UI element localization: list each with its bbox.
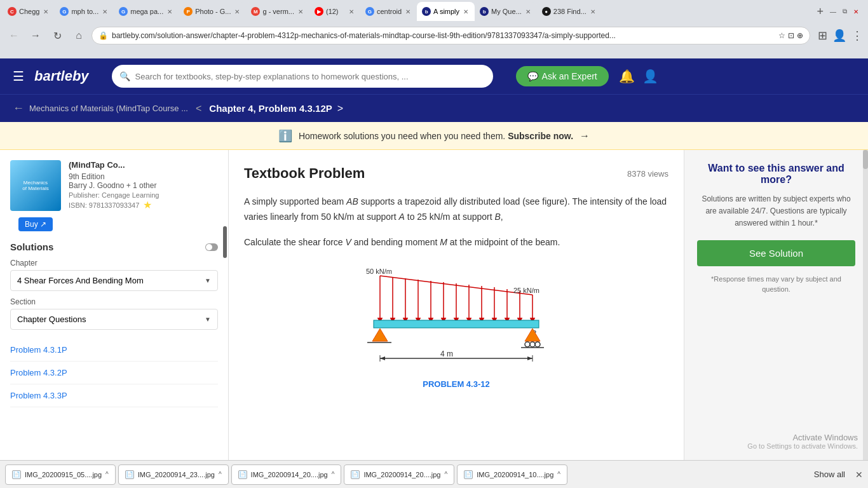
tab-close-mph[interactable]: ✕ — [101, 7, 109, 17]
book-cover-image: Mechanicsof Materials — [10, 160, 61, 211]
tab-close-photo[interactable]: ✕ — [233, 7, 241, 17]
notification-icon[interactable]: 🔔 — [619, 69, 635, 84]
taskbar-item-label-2: IMG_20200914_20....jpg — [251, 471, 328, 478]
forward-button[interactable]: → — [27, 27, 44, 44]
address-bar-icons: ☆ ⊡ ⊕ — [778, 31, 803, 40]
buy-button[interactable]: Buy ↗ — [18, 217, 53, 231]
menu-icon[interactable]: ⋮ — [851, 29, 863, 43]
tab-myques[interactable]: b My Que... ✕ — [475, 2, 537, 21]
taskbar-item-0[interactable]: 📄 IMG_20200915_05....jpg ^ — [5, 464, 116, 485]
tab-photo[interactable]: P Photo - G... ✕ — [179, 2, 246, 21]
views-count: 8378 views — [627, 169, 668, 179]
problem-item-2[interactable]: Problem 4.3.2P — [10, 362, 218, 384]
tab-mega[interactable]: G mega pa... ✕ — [114, 2, 179, 21]
extensions-icon[interactable]: ⊞ — [818, 29, 827, 43]
taskbar-item-3[interactable]: 📄 IMG_20200914_20....jpg ^ — [344, 464, 454, 485]
problem-text-1: A simply supported beam AB supports a tr… — [244, 194, 668, 225]
search-input[interactable] — [135, 72, 485, 81]
tab-label-asimply: A simply — [433, 8, 459, 15]
bookmark-star-icon[interactable]: ★ — [143, 199, 152, 211]
minimize-button[interactable]: — — [829, 7, 837, 16]
search-icon: 🔍 — [119, 71, 130, 81]
tab-label-myques: My Que... — [491, 8, 522, 15]
tab-centroid[interactable]: G centroid ✕ — [360, 2, 417, 21]
breadcrumb-back-arrow[interactable]: ← — [13, 102, 24, 115]
restore-button[interactable]: ⧉ — [840, 7, 849, 16]
see-solution-button[interactable]: See Solution — [697, 240, 855, 266]
tab-asimply[interactable]: b A simply ✕ — [417, 2, 475, 21]
tab-close-myques[interactable]: ✕ — [524, 7, 532, 17]
taskbar-item-4[interactable]: 📄 IMG_20200914_10....jpg ^ — [457, 464, 567, 485]
chapter-select-value: 4 Shear Forces And Bending Mom — [17, 276, 205, 285]
tab-close-youtube[interactable]: ✕ — [348, 7, 355, 17]
tab-close-chegg[interactable]: ✕ — [42, 7, 50, 17]
logo-text: bartleby — [34, 68, 89, 84]
solutions-label: Solutions — [10, 241, 53, 252]
lock-icon: 🔒 — [98, 31, 108, 40]
response-note: *Response times may vary by subject and … — [697, 274, 855, 295]
taskbar-item-1[interactable]: 📄 IMG_20200914_23....jpg ^ — [118, 464, 229, 485]
taskbar-expand-2[interactable]: ^ — [332, 471, 335, 478]
tab-label-mph: mph to... — [71, 8, 98, 15]
tab-close-centroid[interactable]: ✕ — [404, 7, 412, 17]
book-cover: Mechanicsof Materials — [10, 160, 61, 211]
activate-windows-watermark: Activate Windows Go to Settings to activ… — [747, 433, 858, 450]
tab-find238[interactable]: ● 238 Find... ✕ — [537, 2, 602, 21]
back-button[interactable]: ← — [5, 27, 23, 44]
promo-arrow[interactable]: → — [580, 130, 590, 142]
book-publisher: Publisher: Cengage Learning — [69, 191, 218, 199]
taskbar-item-label-0: IMG_20200915_05....jpg — [25, 471, 102, 478]
url-text: bartleby.com/solution-answer/chapter-4-p… — [112, 31, 775, 40]
tab-mph[interactable]: G mph to... ✕ — [55, 2, 114, 21]
breadcrumb-left-arrow[interactable]: < — [196, 103, 201, 114]
taskbar-expand-1[interactable]: ^ — [219, 471, 222, 478]
toggle-switch[interactable] — [205, 243, 218, 251]
section-select[interactable]: Chapter Questions ▼ — [10, 309, 218, 330]
breadcrumb-book[interactable]: Mechanics of Materials (MindTap Course .… — [29, 104, 188, 113]
center-content: Textbook Problem 8378 views A simply sup… — [229, 150, 684, 488]
right-panel-title: Want to see this answer and more? — [697, 163, 855, 186]
taskbar-expand-4[interactable]: ^ — [557, 471, 560, 478]
taskbar-item-label-3: IMG_20200914_20....jpg — [363, 471, 440, 478]
sidebar: Mechanicsof Materials Buy ↗ (MindTap Co.… — [0, 150, 229, 488]
home-button[interactable]: ⌂ — [70, 27, 88, 44]
account-icon[interactable]: 👤 — [642, 69, 658, 84]
close-taskbar-button[interactable]: ✕ — [855, 470, 863, 480]
star-bookmark-icon[interactable]: ☆ — [778, 31, 785, 40]
tab-bar: C Chegg ✕ G mph to... ✕ G mega pa... ✕ P… — [0, 0, 868, 23]
problem-item-3[interactable]: Problem 4.3.3P — [10, 384, 218, 407]
account-icon[interactable]: 👤 — [832, 29, 846, 43]
svg-marker-25 — [380, 356, 385, 360]
search-bar[interactable]: 🔍 — [112, 65, 493, 88]
chapter-label: Chapter — [10, 259, 218, 268]
hamburger-menu[interactable]: ☰ — [13, 69, 24, 84]
taskbar-item-label-1: IMG_20200914_23....jpg — [138, 471, 215, 478]
taskbar-item-2[interactable]: 📄 IMG_20200914_20....jpg ^ — [231, 464, 342, 485]
new-tab-button[interactable]: + — [811, 5, 829, 18]
tab-youtube[interactable]: ▶ (12) ✕ — [309, 2, 360, 21]
tab-close-asimply[interactable]: ✕ — [462, 7, 470, 17]
promo-cta[interactable]: Subscribe now. — [508, 131, 573, 141]
show-all-button[interactable]: Show all — [809, 467, 850, 482]
tab-gmail[interactable]: M g - verm... ✕ — [246, 2, 309, 21]
breadcrumb-right-arrow[interactable]: > — [337, 103, 343, 114]
lens-icon[interactable]: ⊕ — [797, 31, 803, 40]
tab-close-find238[interactable]: ✕ — [589, 7, 597, 17]
address-bar[interactable]: 🔒 bartleby.com/solution-answer/chapter-4… — [92, 27, 810, 44]
ask-expert-button[interactable]: 💬 Ask an Expert — [516, 66, 609, 86]
tab-close-gmail[interactable]: ✕ — [297, 7, 304, 17]
problem-item-1[interactable]: Problem 4.3.1P — [10, 339, 218, 362]
address-bar-row: ← → ↻ ⌂ 🔒 bartleby.com/solution-answer/c… — [0, 23, 868, 48]
screenshot-icon[interactable]: ⊡ — [788, 31, 794, 40]
tab-chegg[interactable]: C Chegg ✕ — [3, 2, 55, 21]
tab-close-mega[interactable]: ✕ — [166, 7, 173, 17]
activate-windows-subtitle: Go to Settings to activate Windows. — [747, 442, 858, 450]
chapter-select[interactable]: 4 Shear Forces And Bending Mom ▼ — [10, 270, 218, 291]
promo-text: Homework solutions you need when you nee… — [299, 131, 573, 141]
svg-rect-14 — [374, 320, 539, 328]
close-window-button[interactable]: ✕ — [851, 7, 860, 16]
taskbar-expand-3[interactable]: ^ — [444, 471, 447, 478]
reload-button[interactable]: ↻ — [48, 27, 66, 44]
taskbar-expand-0[interactable]: ^ — [105, 471, 109, 478]
taskbar: 📄 IMG_20200915_05....jpg ^ 📄 IMG_2020091… — [0, 460, 868, 488]
